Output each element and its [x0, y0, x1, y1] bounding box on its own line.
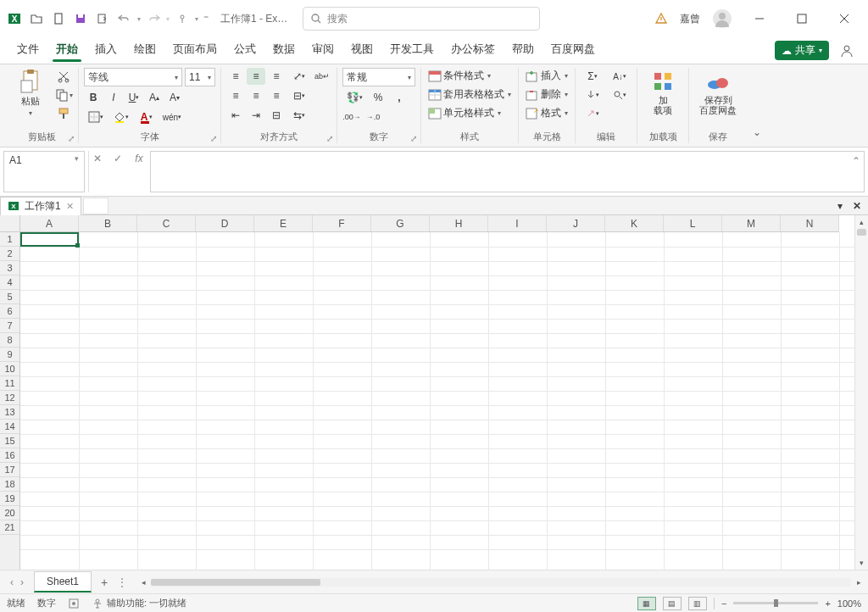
- fill-icon[interactable]: ▾: [581, 86, 604, 103]
- zoom-value[interactable]: 100%: [837, 598, 861, 609]
- align-bottom-icon[interactable]: ≡: [267, 68, 286, 85]
- column-header[interactable]: A: [20, 215, 79, 231]
- tab-review[interactable]: 审阅: [303, 36, 342, 64]
- align-middle-icon[interactable]: ≡: [247, 68, 265, 85]
- zoom-slider[interactable]: [733, 602, 818, 604]
- cells-area[interactable]: [20, 232, 854, 570]
- row-header[interactable]: 20: [0, 506, 19, 520]
- decrease-font-icon[interactable]: A▾: [165, 89, 184, 106]
- tab-developer[interactable]: 开发工具: [381, 36, 442, 64]
- tab-data[interactable]: 数据: [264, 36, 303, 64]
- phonetic-button[interactable]: wén▾: [160, 108, 184, 125]
- row-header[interactable]: 12: [0, 391, 19, 405]
- font-size-combo[interactable]: 11▾: [185, 68, 215, 86]
- orientation-icon[interactable]: ⤢▾: [287, 68, 311, 85]
- formula-expand-icon[interactable]: ⌃: [852, 155, 860, 167]
- tab-file[interactable]: 文件: [8, 36, 47, 64]
- border-button[interactable]: ▾: [84, 108, 108, 125]
- find-select-icon[interactable]: ▾: [608, 86, 632, 103]
- column-header[interactable]: H: [430, 215, 488, 231]
- font-color-button[interactable]: A▾: [135, 108, 159, 125]
- row-header[interactable]: 15: [0, 434, 19, 448]
- align-top-icon[interactable]: ≡: [226, 68, 245, 85]
- fill-color-button[interactable]: ▾: [109, 108, 133, 125]
- save-baidu-button[interactable]: 保存到 百度网盘: [694, 68, 742, 117]
- column-header[interactable]: G: [371, 215, 430, 231]
- formula-input[interactable]: ⌃: [150, 151, 865, 192]
- column-header[interactable]: F: [313, 215, 371, 231]
- comma-icon[interactable]: ,: [390, 89, 409, 106]
- row-header[interactable]: 3: [0, 261, 19, 275]
- decrease-decimal-icon[interactable]: →.0: [364, 108, 382, 125]
- cancel-formula-icon[interactable]: ✕: [89, 153, 106, 164]
- column-header[interactable]: N: [781, 215, 839, 231]
- column-header[interactable]: K: [605, 215, 664, 231]
- row-header[interactable]: 9: [0, 348, 19, 362]
- cell-styles-button[interactable]: 单元格样式▾: [426, 105, 503, 121]
- select-all-corner[interactable]: [0, 215, 20, 232]
- horizontal-scrollbar[interactable]: ◂ ▸: [134, 576, 868, 588]
- row-header[interactable]: 18: [0, 477, 19, 492]
- wrap-text-icon[interactable]: ab↵: [313, 68, 331, 85]
- tab-officetab[interactable]: 办公标签: [442, 36, 504, 64]
- decrease-indent-icon[interactable]: ⇤: [226, 107, 245, 124]
- row-header[interactable]: 19: [0, 492, 19, 506]
- clear-icon[interactable]: ▾: [581, 105, 604, 122]
- qat-customize-icon[interactable]: ⁼: [202, 13, 210, 25]
- increase-indent-icon[interactable]: ⇥: [247, 107, 265, 124]
- redo-icon[interactable]: [144, 9, 163, 28]
- row-header[interactable]: 14: [0, 420, 19, 434]
- zoom-in-button[interactable]: +: [825, 598, 830, 609]
- increase-decimal-icon[interactable]: .00→: [342, 108, 361, 125]
- row-header[interactable]: 4: [0, 275, 19, 290]
- column-header[interactable]: M: [722, 215, 781, 231]
- enter-formula-icon[interactable]: ✓: [109, 153, 126, 164]
- increase-font-icon[interactable]: A▴: [145, 89, 164, 106]
- format-cells-button[interactable]: 格式▾: [524, 105, 570, 121]
- column-header[interactable]: I: [488, 215, 547, 231]
- name-box[interactable]: A1▾: [3, 151, 85, 192]
- column-header[interactable]: E: [254, 215, 313, 231]
- italic-button[interactable]: I: [104, 89, 123, 106]
- maximize-button[interactable]: [787, 7, 817, 31]
- tab-formulas[interactable]: 公式: [225, 36, 264, 64]
- touch-mode-icon[interactable]: [173, 9, 192, 28]
- sheet-next-icon[interactable]: ›: [20, 576, 24, 588]
- align-right-icon[interactable]: ≡: [267, 87, 286, 104]
- merge-center-icon[interactable]: ⊟: [267, 107, 286, 124]
- tab-home[interactable]: 开始: [47, 36, 86, 64]
- conditional-format-button[interactable]: 条件格式▾: [426, 68, 492, 84]
- column-header[interactable]: J: [547, 215, 605, 231]
- save-icon[interactable]: [71, 9, 90, 28]
- rtl-icon[interactable]: ⇆▾: [287, 107, 311, 124]
- view-normal-icon[interactable]: ▦: [637, 597, 656, 610]
- ribbon-collapse-icon[interactable]: ⌄: [747, 68, 767, 143]
- row-header[interactable]: 13: [0, 405, 19, 420]
- tab-pagelayout[interactable]: 页面布局: [164, 36, 225, 64]
- undo-icon[interactable]: [115, 9, 134, 28]
- merge-icon[interactable]: ⊟▾: [287, 87, 311, 104]
- row-header[interactable]: 11: [0, 376, 19, 391]
- tab-close-all-icon[interactable]: ✕: [848, 198, 866, 214]
- workbook-tab[interactable]: X 工作簿1 ✕: [0, 197, 81, 215]
- user-avatar-icon[interactable]: [712, 8, 732, 29]
- align-left-icon[interactable]: ≡: [226, 87, 245, 104]
- row-header[interactable]: 17: [0, 463, 19, 477]
- autosum-icon[interactable]: Σ▾: [581, 68, 604, 85]
- accounting-icon[interactable]: 💱▾: [342, 89, 366, 106]
- scroll-down-icon[interactable]: ▾: [855, 556, 868, 570]
- fx-icon[interactable]: fx: [130, 153, 148, 164]
- minimize-button[interactable]: [744, 7, 775, 31]
- view-pagebreak-icon[interactable]: ▥: [688, 597, 707, 610]
- zoom-out-button[interactable]: −: [721, 598, 726, 609]
- export-icon[interactable]: [93, 9, 112, 28]
- hscroll-right-icon[interactable]: ▸: [853, 578, 865, 587]
- number-launcher-icon[interactable]: ⤢: [410, 134, 417, 143]
- vscroll-thumb[interactable]: [857, 229, 866, 236]
- scroll-up-icon[interactable]: ▴: [855, 215, 868, 229]
- comments-icon[interactable]: [834, 43, 860, 58]
- sheet-prev-icon[interactable]: ‹: [10, 576, 14, 588]
- row-header[interactable]: 6: [0, 304, 19, 319]
- row-header[interactable]: 1: [0, 232, 19, 247]
- column-header[interactable]: D: [196, 215, 254, 231]
